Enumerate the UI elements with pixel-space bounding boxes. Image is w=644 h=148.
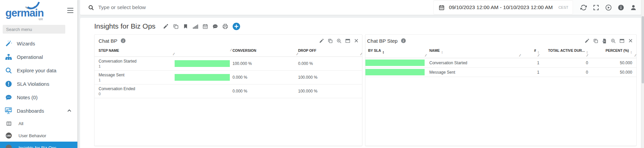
print-icon[interactable] [222, 24, 228, 29]
global-search [80, 0, 433, 15]
search-icon [5, 67, 12, 74]
edit-icon[interactable] [319, 38, 324, 43]
sidebar-item-dashboards-all[interactable]: All [0, 117, 77, 130]
add-widget-button[interactable] [232, 23, 240, 30]
name-cell: Message Sent [427, 70, 521, 75]
window-icon[interactable] [619, 38, 624, 43]
sidebar-item-notes[interactable]: Notes (0) [0, 90, 77, 104]
user-icon[interactable] [630, 4, 637, 11]
table-row[interactable]: Message Sent 1 0.000 % 100.000 % [95, 71, 362, 84]
copy-icon[interactable] [173, 24, 179, 29]
column-header-conversion[interactable]: CONVERSION [232, 48, 298, 52]
scrollbar-thumb[interactable] [642, 16, 644, 83]
sidebar-subitem-label: Insights for Biz Ops [19, 145, 57, 148]
bar-cell [175, 74, 232, 81]
conversion-cell: 0.000 % [232, 89, 298, 94]
comment-dots-icon[interactable] [212, 24, 218, 29]
csv-export-icon[interactable]: CSV [602, 38, 607, 43]
vertical-scrollbar[interactable] [641, 0, 644, 148]
edit-icon[interactable] [163, 24, 169, 29]
copy-icon[interactable] [328, 38, 333, 43]
sidebar-item-sla-violations[interactable]: SLA Violations [0, 77, 77, 90]
topbar-actions [573, 4, 641, 11]
close-icon[interactable] [354, 38, 359, 43]
table-header: BY SLA▲▼ NAME▲▼ #▲▼ TOTAL ACTIVE DUR...▲… [365, 47, 636, 58]
sidebar-item-label: Explore your data [17, 68, 57, 73]
svg-text:CSV: CSV [603, 41, 606, 42]
window-icon[interactable] [345, 38, 350, 43]
edit-icon[interactable] [584, 38, 589, 43]
panel-title: Chat BP Step [367, 38, 398, 44]
sla-bar-cell [365, 60, 427, 66]
panel-header: Chat BP Step i CSV [365, 35, 636, 47]
sort-icon[interactable]: ▲▼ [382, 51, 384, 54]
name-cell: Conversation Started [427, 61, 521, 65]
panel-title: Chat BP [99, 38, 117, 44]
refresh-icon[interactable] [580, 4, 587, 11]
duration-cell: 0 [539, 61, 588, 65]
sort-icon[interactable]: ▲▼ [630, 51, 632, 54]
sidebar-item-label: Dashboards [17, 108, 44, 114]
sla-bar-cell [365, 69, 427, 75]
menu-toggle-icon[interactable] [67, 7, 74, 13]
conversion-bar [175, 60, 230, 67]
column-header-step-name[interactable]: STEP NAME [95, 48, 175, 52]
sidebar-subitem-label: User Behavior [19, 133, 46, 138]
percent-cell: 50.000 [588, 61, 636, 65]
info-icon[interactable] [618, 4, 624, 11]
calendar-icon[interactable] [203, 24, 208, 29]
panel-chat-bp: Chat BP i [94, 34, 362, 146]
table-row[interactable]: Conversation Started 1 0 50.000 [365, 58, 636, 68]
sidebar-item-dashboards[interactable]: Dashboards [0, 104, 77, 117]
info-icon[interactable]: i [401, 38, 406, 43]
zoom-in-icon[interactable] [611, 38, 616, 43]
page-title: Insights for Biz Ops [94, 22, 155, 30]
table-row[interactable]: Conversation Ended 0 0.000 % 100.000 % [95, 84, 362, 98]
sla-bar [365, 69, 425, 75]
table-header: STEP NAME CONVERSION DROP OFF [95, 47, 362, 57]
count-cell: 1 [521, 70, 539, 75]
drop-off-cell: 0.000 % [298, 61, 362, 66]
sidebar-search-input[interactable] [3, 25, 65, 34]
column-header-by-sla[interactable]: BY SLA▲▼ [365, 48, 427, 54]
conversion-cell: 0.000 % [232, 75, 298, 80]
sidebar-item-wizards[interactable]: Wizards [0, 37, 77, 50]
column-header-name[interactable]: NAME▲▼ [427, 48, 521, 54]
chevron-up-icon[interactable] [67, 108, 72, 113]
sidebar-nav: Wizards Operational [0, 37, 77, 148]
column-header-total-active-duration[interactable]: TOTAL ACTIVE DUR...▲▼ [539, 48, 588, 54]
fullscreen-icon[interactable] [593, 4, 599, 11]
zoom-in-icon[interactable] [336, 38, 342, 43]
drop-off-cell: 100.000 % [298, 75, 362, 80]
sidebar-item-operational[interactable]: Operational [0, 50, 77, 64]
wand-icon [5, 40, 12, 47]
sort-icon[interactable]: ▲▼ [441, 51, 443, 54]
sidebar-search [3, 25, 73, 34]
copy-icon[interactable] [593, 38, 598, 43]
panels-row: Chat BP i [94, 34, 637, 146]
step-name-cell: Conversation Started 1 [95, 59, 175, 68]
step-name-cell: Conversation Ended 0 [95, 86, 175, 96]
chart-bars-icon[interactable] [192, 24, 198, 29]
sidebar-item-explore[interactable]: Explore your data [0, 64, 77, 77]
column-header-percent[interactable]: PERCENT (%)▲▼ [588, 48, 636, 54]
bookmark-icon[interactable] [183, 24, 188, 29]
sidebar-item-insights-biz-ops[interactable]: Insights for Biz Ops [0, 142, 77, 148]
percent-cell: 50.000 [588, 70, 636, 75]
sidebar-item-user-behavior[interactable]: UBE User Behavior [0, 130, 77, 142]
date-range-picker[interactable]: 09/10/2023 12:00 AM - 10/10/2023 12:00 A… [433, 0, 573, 14]
conversion-bar [175, 74, 230, 81]
column-header-count[interactable]: #▲▼ [521, 48, 539, 54]
info-icon[interactable]: i [121, 38, 126, 43]
dashboard-toolbar [163, 23, 240, 30]
table-row[interactable]: Conversation Started 1 100.000 % 0.000 % [95, 57, 362, 71]
global-search-input[interactable] [98, 4, 266, 10]
column-header-drop-off[interactable]: DROP OFF [298, 48, 362, 52]
play-icon[interactable] [605, 4, 612, 11]
step-name-cell: Message Sent 1 [95, 73, 175, 82]
panel-header: Chat BP i [95, 35, 362, 47]
sidebar-item-label: Wizards [17, 41, 35, 46]
close-icon[interactable] [628, 38, 633, 43]
table-row[interactable]: Message Sent 1 0 50.000 [365, 68, 636, 77]
dashboard-content: Insights for Biz Ops [80, 18, 641, 148]
